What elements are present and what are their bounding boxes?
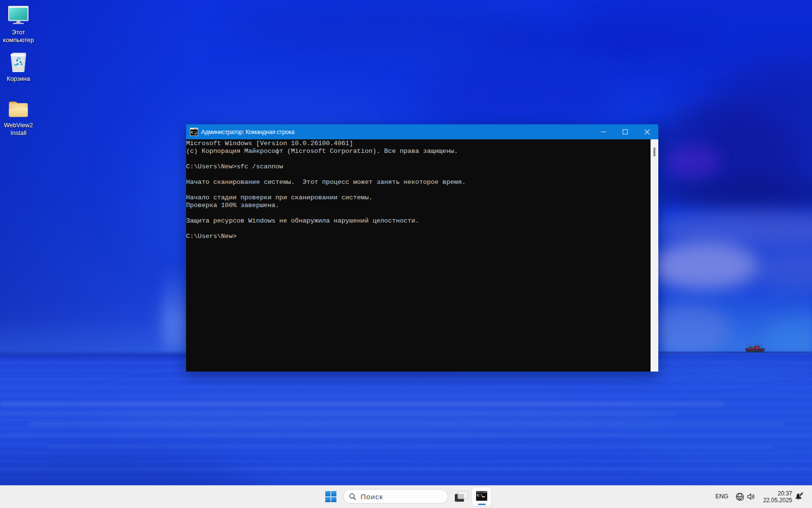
svg-text:C:\: C:\ [477,494,483,497]
svg-text:C:\: C:\ [191,131,198,134]
